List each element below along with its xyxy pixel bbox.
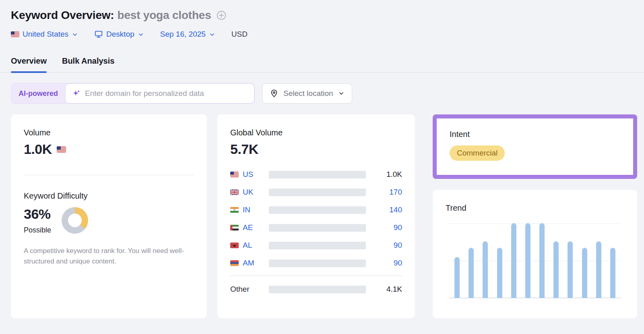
other-label: Other — [230, 285, 269, 294]
intent-commercial-badge: Commercial — [450, 145, 505, 161]
add-keyword-icon[interactable] — [216, 10, 227, 21]
trend-bar — [454, 257, 460, 298]
ai-toolbar: AI-powered Select location — [11, 83, 637, 104]
kd-description: A competitive keyword to rank for. You w… — [24, 246, 189, 267]
date-dropdown[interactable]: Sep 16, 2025 — [160, 30, 215, 39]
kd-level-label: Possible — [24, 226, 51, 234]
trend-bar — [610, 248, 615, 298]
country-row-al: AL 90 — [230, 239, 402, 251]
country-volume-value[interactable]: 90 — [376, 241, 402, 250]
volume-value: 1.0K — [24, 141, 52, 157]
country-row-am: AM 90 — [230, 257, 402, 269]
country-row-in: IN 140 — [230, 204, 402, 216]
uae-flag-icon — [230, 225, 239, 230]
trend-bar — [568, 241, 573, 298]
intent-title: Intent — [450, 130, 620, 139]
ai-powered-group: AI-powered — [11, 83, 255, 104]
trend-bar-chart — [449, 223, 621, 298]
us-flag-icon — [57, 146, 66, 153]
date-dropdown-label: Sep 16, 2025 — [160, 30, 206, 39]
country-code-link[interactable]: IN — [243, 205, 250, 214]
country-code-link[interactable]: AM — [243, 259, 254, 268]
us-flag-icon — [11, 31, 19, 37]
tabs-strip: Overview Bulk Analysis — [0, 56, 644, 73]
country-volume-value[interactable]: 170 — [376, 188, 402, 197]
sparkle-icon — [72, 89, 81, 98]
right-column: Intent Commercial Trend — [433, 114, 637, 318]
trend-bar — [511, 223, 516, 298]
volume-card: Volume 1.0K Keyword Difficulty 36% Possi… — [11, 114, 207, 318]
chevron-down-icon — [138, 31, 144, 38]
volume-bar — [269, 242, 366, 249]
global-volume-value: 5.7K — [230, 141, 402, 157]
country-volume-value[interactable]: 90 — [376, 259, 402, 268]
other-divider — [230, 276, 402, 276]
currency-label: USD — [231, 30, 248, 39]
desktop-icon — [94, 30, 103, 39]
volume-bar — [269, 286, 366, 293]
ai-powered-badge: AI-powered — [11, 89, 65, 98]
trend-bar — [497, 248, 502, 298]
other-row: Other 4.1K — [230, 283, 402, 295]
trend-title: Trend — [446, 203, 624, 213]
volume-bar — [269, 224, 366, 232]
armenia-flag-icon — [230, 260, 239, 266]
page-header: Keyword Overview:best yoga clothes — [11, 9, 637, 22]
global-volume-title: Global Volume — [230, 128, 402, 137]
country-dropdown-label: United States — [23, 30, 68, 39]
volume-bar — [269, 171, 366, 178]
country-code-link[interactable]: US — [243, 170, 253, 179]
chevron-down-icon — [72, 31, 78, 38]
country-dropdown[interactable]: United States — [11, 30, 78, 39]
country-volume-list: US 1.0K UK 170 — [230, 168, 402, 295]
trend-bar — [596, 241, 601, 298]
country-row-ae: AE 90 — [230, 222, 402, 234]
select-location-label: Select location — [283, 89, 333, 98]
other-volume-value: 4.1K — [376, 285, 402, 294]
domain-input[interactable] — [85, 89, 248, 98]
chevron-down-icon — [338, 90, 345, 97]
volume-bar — [269, 206, 366, 214]
volume-title: Volume — [24, 128, 194, 137]
albania-flag-icon — [230, 243, 239, 248]
location-pin-icon — [270, 89, 279, 98]
trend-bar — [525, 223, 530, 298]
intent-card: Intent Commercial — [437, 118, 633, 172]
device-dropdown-label: Desktop — [106, 30, 134, 39]
domain-input-box[interactable] — [65, 83, 254, 104]
filter-bar: United States Desktop Sep 16, 2025 USD — [11, 30, 637, 39]
uk-flag-icon — [230, 189, 239, 195]
country-volume-value[interactable]: 90 — [376, 223, 402, 232]
global-volume-card: Global Volume 5.7K US 1.0K — [217, 114, 415, 318]
keyword-difficulty-title: Keyword Difficulty — [24, 191, 194, 201]
volume-bar — [269, 259, 366, 267]
keyword-text: best yoga clothes — [117, 9, 211, 21]
tab-bulk-analysis[interactable]: Bulk Analysis — [62, 56, 114, 72]
country-code-link[interactable]: UK — [243, 188, 253, 197]
country-volume-value[interactable]: 140 — [376, 205, 402, 214]
trend-card: Trend — [433, 190, 637, 318]
select-location-button[interactable]: Select location — [262, 83, 352, 104]
card-divider — [24, 175, 194, 175]
country-code-link[interactable]: AL — [243, 241, 252, 250]
us-flag-icon — [230, 172, 239, 177]
country-code-link[interactable]: AE — [243, 223, 253, 232]
trend-bar — [553, 241, 559, 298]
page-title: Keyword Overview:best yoga clothes — [11, 9, 211, 22]
trend-bar — [483, 241, 488, 298]
country-row-uk: UK 170 — [230, 186, 402, 198]
kd-donut-chart — [62, 207, 88, 234]
intent-highlight-box: Intent Commercial — [433, 114, 637, 179]
device-dropdown[interactable]: Desktop — [94, 30, 144, 39]
keyword-overview-page: Keyword Overview:best yoga clothes Unite… — [0, 0, 644, 318]
country-volume-value: 1.0K — [376, 170, 402, 179]
country-row-us: US 1.0K — [230, 168, 402, 180]
india-flag-icon — [230, 207, 239, 213]
chevron-down-icon — [209, 31, 215, 38]
volume-bar — [269, 189, 366, 196]
metrics-cards: Volume 1.0K Keyword Difficulty 36% Possi… — [11, 114, 637, 318]
trend-bar — [539, 223, 545, 298]
tab-overview[interactable]: Overview — [11, 56, 47, 72]
trend-bar — [469, 248, 474, 298]
trend-bar — [582, 248, 587, 298]
